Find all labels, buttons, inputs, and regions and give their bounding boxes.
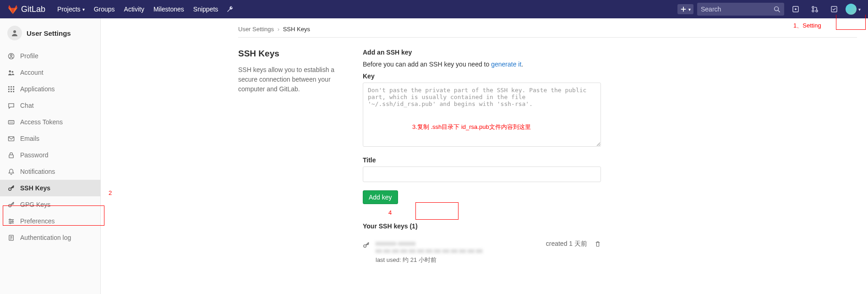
search-box[interactable] [697,3,784,16]
layout: User Settings Profile Account Applicatio… [0,18,868,294]
sidebar-item-preferences[interactable]: Preferences [0,213,100,229]
sidebar-item-profile[interactable]: Profile [0,48,100,64]
title-label: Title [363,156,601,164]
todos-icon[interactable] [826,0,842,18]
svg-point-9 [9,70,11,72]
issues-icon[interactable] [788,0,803,18]
applications-icon [7,85,15,93]
sidebar-item-applications[interactable]: Applications [0,81,100,97]
svg-point-32 [364,245,366,248]
profile-icon [7,52,15,60]
sidebar-item-notifications[interactable]: Notifications [0,163,100,180]
user-menu[interactable]: ▾ [846,4,861,15]
svg-point-23 [12,122,13,122]
key-label: Key [363,72,601,80]
plus-icon [680,6,687,12]
sidebar-item-emails[interactable]: Emails [0,130,100,147]
crumb-current: SSH Keys [283,26,310,33]
admin-wrench-icon[interactable] [226,6,234,13]
ssh-key-row: xxxxxx-xxxxx xx:xx:xx:xx:xx:xx:xx:xx:xx:… [363,237,601,267]
key-last-used: last used: 约 21 小时前 [376,256,546,264]
sidebar-item-access-tokens[interactable]: Access Tokens [0,114,100,130]
nav-projects[interactable]: Projects▾ [53,0,89,18]
nav-activity[interactable]: Activity [120,0,149,18]
sidebar-item-chat[interactable]: Chat [0,97,100,114]
page-desc: SSH keys allow you to establish a secure… [238,65,348,94]
brand[interactable]: GitLab [7,4,45,15]
svg-rect-16 [13,89,14,90]
breadcrumb: User Settings › SSH Keys [238,26,857,33]
key-textarea[interactable] [363,83,601,147]
svg-point-21 [9,122,10,122]
right-nav: ▾ ▾ [677,0,861,18]
chevron-down-icon: ▾ [82,7,85,12]
svg-rect-11 [8,86,9,87]
divider [238,37,857,38]
gitlab-logo-icon [7,4,18,15]
nav-snippets[interactable]: Snippets [189,0,223,18]
svg-point-27 [8,204,11,207]
sidebar-item-auth-log[interactable]: Authentication log [0,229,100,246]
svg-rect-14 [8,89,9,90]
navbar: GitLab Projects▾ Groups Activity Milesto… [0,0,868,18]
content: User Settings › SSH Keys SSH Keys SSH ke… [101,18,868,294]
search-icon [774,6,781,13]
svg-point-10 [11,71,13,72]
chevron-down-icon: ▾ [858,7,861,12]
svg-rect-25 [9,155,13,158]
svg-point-26 [8,188,11,190]
nav-links: Projects▾ Groups Activity Milestones Sni… [53,0,223,18]
key-created: created 1 天前 [546,240,587,248]
bell-icon [7,168,15,175]
crumb-root[interactable]: User Settings [238,26,274,33]
nav-groups[interactable]: Groups [89,0,120,18]
svg-rect-19 [13,91,14,92]
form-col: Add an SSH key Before you can add an SSH… [363,49,601,267]
key-icon [363,240,376,249]
sidebar-item-password[interactable]: Password [0,147,100,163]
chevron-down-icon: ▾ [688,7,691,12]
search-input[interactable] [701,6,774,13]
nav-milestones[interactable]: Milestones [149,0,189,18]
merge-requests-icon[interactable] [807,0,823,18]
brand-text: GitLab [21,5,45,14]
svg-point-22 [11,122,11,122]
key-icon [7,184,15,192]
log-icon [7,234,15,241]
account-icon [7,69,15,76]
form-heading: Add an SSH key [363,49,601,56]
svg-point-1 [795,8,797,10]
sidebar-title: User Settings [27,29,71,37]
svg-rect-15 [11,89,12,90]
keys-heading: Your SSH keys (1) [363,222,601,230]
sidebar-item-gpg-keys[interactable]: GPG Keys [0,196,100,213]
generate-link[interactable]: generate it [491,61,521,68]
avatar [846,4,857,15]
page-title: SSH Keys [238,49,348,59]
section-intro: SSH Keys SSH keys allow you to establish… [238,49,348,267]
chevron-right-icon: › [278,26,279,33]
sidebar-header[interactable]: User Settings [0,22,100,44]
sidebar-item-ssh-keys[interactable]: SSH Keys [0,180,100,196]
svg-point-8 [10,54,12,56]
svg-point-2 [812,6,814,8]
token-icon [7,118,15,126]
sidebar: User Settings Profile Account Applicatio… [0,18,101,294]
svg-rect-12 [11,86,12,87]
form-hint: Before you can add an SSH key you need t… [363,61,601,68]
lock-icon [7,151,15,159]
new-dropdown[interactable]: ▾ [677,4,693,14]
key-title-blurred: xxxxxx-xxxxx [376,240,546,247]
svg-point-30 [10,222,11,223]
keys-section: Your SSH keys (1) xxxxxx-xxxxx xx:xx:xx:… [363,222,601,267]
delete-key-button[interactable] [595,241,601,247]
preferences-icon [7,217,15,225]
sidebar-item-account[interactable]: Account [0,64,100,81]
svg-point-29 [11,221,13,222]
svg-point-4 [816,10,818,12]
user-icon [7,26,22,40]
svg-rect-18 [11,91,12,92]
title-input[interactable] [363,166,601,182]
add-key-button[interactable]: Add key [363,190,398,204]
svg-rect-17 [8,91,9,92]
